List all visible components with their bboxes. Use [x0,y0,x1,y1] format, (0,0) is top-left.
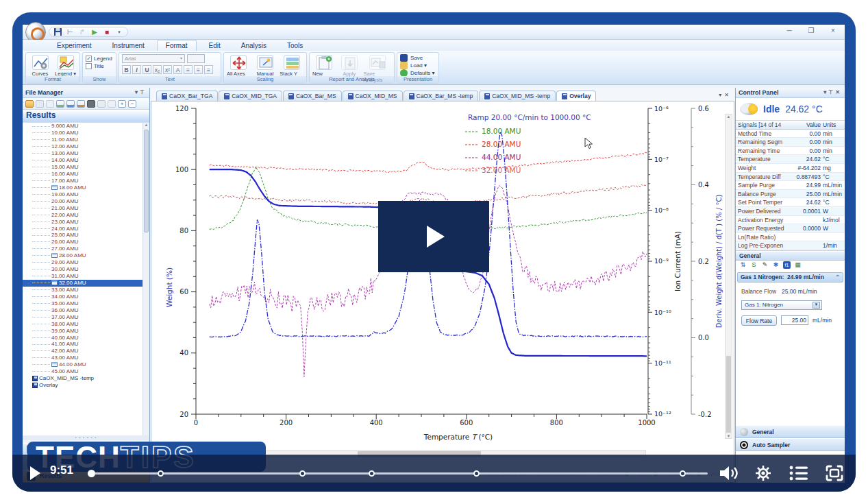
text-format-button-3[interactable]: x₂ [153,65,162,74]
tree-item-amu[interactable]: 40.00 AMU [23,334,149,341]
tree-item-amu[interactable]: 33.00 AMU [23,287,149,293]
refresh-icon[interactable] [108,100,116,108]
tree-item-amu[interactable]: 35.00 AMU [23,300,149,307]
tree-item-amu[interactable]: 23.00 AMU [23,218,149,225]
tree-item-amu[interactable]: 9.000 AMU [23,123,149,130]
flow-rate-input[interactable]: 25.00 [781,315,808,325]
ribbon-tab-experiment[interactable]: Experiment [49,40,100,51]
tree-item-amu[interactable]: 12.00 AMU [23,143,149,150]
tree-item-amu[interactable]: 14.00 AMU [23,157,149,164]
ribbon-tab-instrument[interactable]: Instrument [104,40,153,51]
text-format-button-0[interactable]: B [122,65,131,74]
pin-icon[interactable]: ⊤ [828,89,835,95]
tree-item-amu[interactable]: 21.00 AMU [23,204,149,211]
doc-tab-CaOX_Bar_TGA[interactable]: CaOX_Bar_TGA [156,91,218,101]
log-icon[interactable]: ▦ [794,261,802,269]
close-button[interactable]: × [827,27,839,34]
text-format-button-2[interactable]: U [142,65,151,74]
text-format-button-7[interactable]: ≡ [194,65,203,74]
tree-item-amu[interactable]: 26.00 AMU [23,239,149,245]
calibrate-icon[interactable]: ⇅ [739,261,747,269]
ribbon-tab-format[interactable]: Format [157,40,197,51]
tree-item-amu[interactable]: 30.00 AMU [23,266,149,273]
cp-nav-general[interactable]: General [736,425,845,438]
chapter-marker[interactable] [369,470,375,477]
plot-template-1-icon[interactable] [56,100,64,108]
tree-item-amu[interactable]: 11.00 AMU [23,136,149,143]
report-button-2[interactable]: Save Analysis [363,54,391,83]
tree-item-amu[interactable]: 25.00 AMU [23,232,149,239]
cp-nav-auto-sampler[interactable]: Auto Sampler [736,438,845,451]
video-play-overlay[interactable] [378,201,489,272]
legend-button[interactable]: Legend ▾ [54,54,77,77]
export-icon[interactable] [97,100,106,108]
ribbon-tab-edit[interactable]: Edit [201,40,229,51]
tare-icon[interactable]: ✎ [761,261,769,269]
report-button-1[interactable]: Apply [338,54,360,77]
signals-table[interactable]: Signals [14 of 14ValueUnitsMethod Time0.… [736,120,845,251]
text-format-button-1[interactable]: I [132,65,141,74]
minimize-button[interactable]: ─ [783,27,795,34]
tree-item-amu[interactable]: 22.00 AMU [23,211,149,218]
ribbon-tab-analysis[interactable]: Analysis [233,40,275,51]
tree-item-amu[interactable]: 37.00 AMU [23,313,149,320]
font-size-select[interactable] [187,54,205,63]
stop-run-icon[interactable]: ■ [103,28,111,36]
general-section-bar[interactable]: General [736,251,845,261]
chapters-list-icon[interactable] [787,461,810,485]
copy-icon[interactable] [36,100,44,108]
tree-scrollbar[interactable]: ▲▼ [142,123,149,440]
text-format-button-5[interactable]: A [173,65,182,74]
tree-item-file[interactable]: Overlay [23,382,149,389]
fullscreen-icon[interactable] [823,461,846,485]
doc-tab-CaOX_MID_MS[interactable]: CaOX_MID_MS [343,91,403,101]
settings-gear-icon[interactable] [752,461,775,485]
tree-item-amu[interactable]: 20.00 AMU [23,197,149,204]
text-format-button-4[interactable]: x² [163,65,172,74]
panel-menu-icon[interactable]: ▾ [135,89,140,95]
undo-icon[interactable]: ⊢ [66,28,74,36]
gas-section-bar[interactable]: Gas 1 Nitrogen: 24.99 mL/min ⌃ [737,272,843,283]
save-icon[interactable] [53,28,62,36]
pin-icon[interactable]: ⊤ [140,89,147,95]
tree-item-amu[interactable]: 38.00 AMU [23,320,149,327]
chart-canvas[interactable]: 020040060080010002040608010012010⁻⁶10⁻⁷1… [151,101,734,483]
doc-tab-CaOX_MID_TGA[interactable]: CaOX_MID_TGA [219,91,282,101]
playhead[interactable] [88,470,95,477]
delete-icon[interactable] [87,100,95,108]
tree-item-amu[interactable]: 36.00 AMU [23,307,149,313]
collapse-chevron-icon[interactable]: ⌃ [835,274,840,281]
progress-bar[interactable] [88,472,708,475]
tree-item-amu[interactable]: 13.00 AMU [23,150,149,157]
tree-item-amu[interactable]: 16.00 AMU [23,171,149,178]
chapter-marker[interactable] [473,470,480,477]
font-name-select[interactable]: Arial ▾ [122,54,185,63]
chapter-marker[interactable] [299,470,306,477]
tree-item-amu[interactable]: 44.00 AMU [23,361,149,368]
curves-button[interactable]: Curves [29,54,51,77]
tab-close-icon[interactable]: ✕ [724,92,732,98]
tree-item-amu[interactable]: 42.00 AMU [23,348,149,355]
tree-item-amu[interactable]: 15.00 AMU [23,164,149,171]
volume-button[interactable] [717,461,741,485]
doc-tab-Overlay[interactable]: Overlay [556,91,596,101]
results-section-header[interactable]: Results [23,110,149,122]
tree-item-file[interactable]: CaOX_MID_MS -temp [23,375,149,382]
plot-template-3-icon[interactable] [77,100,85,108]
play-button[interactable] [30,466,40,480]
redo-icon[interactable]: ↱ [78,28,86,36]
collapse-all-icon[interactable]: − [128,100,136,108]
presentation-load-button[interactable]: Load ▾ [400,62,427,69]
tree-item-amu[interactable]: 29.00 AMU [23,259,149,266]
text-format-button-8[interactable]: ≡ [204,65,213,74]
tree-item-amu[interactable]: 24.00 AMU [23,225,149,232]
tree-item-amu[interactable]: 28.00 AMU [23,252,149,259]
tree-item-amu[interactable]: 45.00 AMU [23,368,149,375]
legend-checkbox[interactable]: ✓Legend [86,56,112,62]
presentation-save-button[interactable]: Save [400,54,423,62]
doc-tab-CaOX_Bar_MS[interactable]: CaOX_Bar_MS [283,91,342,101]
text-format-button-6[interactable]: ≡ [184,65,193,74]
tree-item-amu[interactable]: 43.00 AMU [23,355,149,361]
title-checkbox[interactable]: Title [86,63,104,69]
reset-icon[interactable]: S [750,261,758,269]
